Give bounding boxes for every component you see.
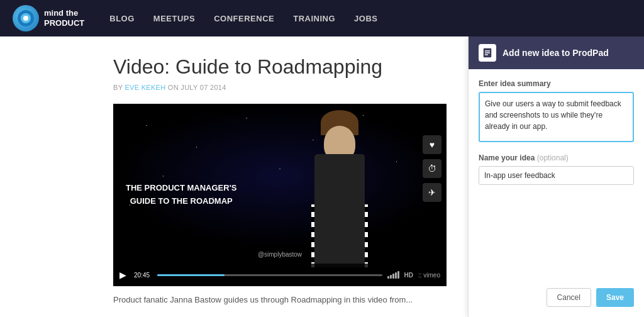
time-display: 20:45	[131, 271, 152, 279]
video-text-overlay: THE PRODUCT MANAGER'S GUIDE TO THE ROADM…	[126, 182, 236, 208]
name-input[interactable]	[479, 166, 634, 185]
video-background	[113, 104, 447, 248]
nav-item-meetups[interactable]: MEETUPS	[153, 14, 195, 23]
nav-item-conference[interactable]: CONFERENCE	[214, 14, 274, 23]
video-side-icons: ♥ ⏱ ✈	[423, 135, 441, 202]
meta-date-prefix: ON	[168, 84, 179, 91]
watch-later-icon[interactable]: ⏱	[423, 159, 441, 178]
author-link[interactable]: EVE KEKEH	[125, 84, 165, 91]
nav-item-jobs[interactable]: JOBS	[354, 14, 377, 23]
save-button[interactable]: Save	[596, 288, 634, 307]
article-section: Video: Guide to Roadmapping BY EVE KEKEH…	[0, 36, 468, 317]
prodpad-panel: Add new idea to ProdPad Enter idea summa…	[468, 36, 644, 317]
name-label: Name your idea (optional)	[479, 153, 634, 162]
video-container[interactable]: Janna Bastow - Guide to Roadmapping from…	[113, 104, 447, 286]
vimeo-logo: :: vimeo	[418, 272, 440, 279]
play-button[interactable]: ▶	[119, 270, 126, 280]
nav-item-training[interactable]: TRAINING	[293, 14, 335, 23]
nav-item-blog[interactable]: BLOG	[109, 14, 135, 23]
video-watermark: @simplybastow	[258, 251, 302, 258]
prodpad-body: Enter idea summary Name your idea (optio…	[469, 69, 644, 288]
speaker-body	[314, 154, 365, 267]
share-icon[interactable]: ✈	[423, 183, 441, 202]
cancel-button[interactable]: Cancel	[547, 288, 591, 307]
meta-by-prefix: BY	[113, 84, 123, 91]
like-icon[interactable]: ♥	[423, 135, 441, 154]
progress-fill	[157, 274, 225, 276]
prodpad-icon	[479, 44, 496, 62]
prodpad-actions: Cancel Save	[469, 288, 644, 317]
summary-field: Enter idea summary	[479, 79, 634, 145]
hd-badge: HD	[404, 272, 413, 279]
name-field: Name your idea (optional)	[479, 153, 634, 185]
video-controls: ▶ 20:45 HD :: vimeo	[113, 264, 447, 286]
logo[interactable]: mind the PRODUCT	[13, 5, 84, 31]
article-title: Video: Guide to Roadmapping	[113, 55, 443, 79]
volume-indicator	[387, 271, 399, 279]
summary-textarea[interactable]	[479, 92, 634, 142]
progress-bar[interactable]	[157, 274, 382, 276]
speaker-figure	[296, 129, 396, 267]
logo-icon	[13, 5, 39, 31]
summary-label: Enter idea summary	[479, 79, 634, 88]
article-snippet: Product fanatic Janna Bastow guides us t…	[113, 294, 443, 307]
article-meta: BY EVE KEKEH ON JULY 07 2014	[113, 84, 443, 91]
prodpad-header: Add new idea to ProdPad	[469, 36, 644, 69]
content-area: Video: Guide to Roadmapping BY EVE KEKEH…	[0, 36, 644, 317]
svg-point-2	[23, 16, 28, 21]
prodpad-title: Add new idea to ProdPad	[502, 48, 609, 58]
logo-text: mind the PRODUCT	[44, 8, 84, 28]
navigation: mind the PRODUCT BLOG MEETUPS CONFERENCE…	[0, 0, 644, 36]
